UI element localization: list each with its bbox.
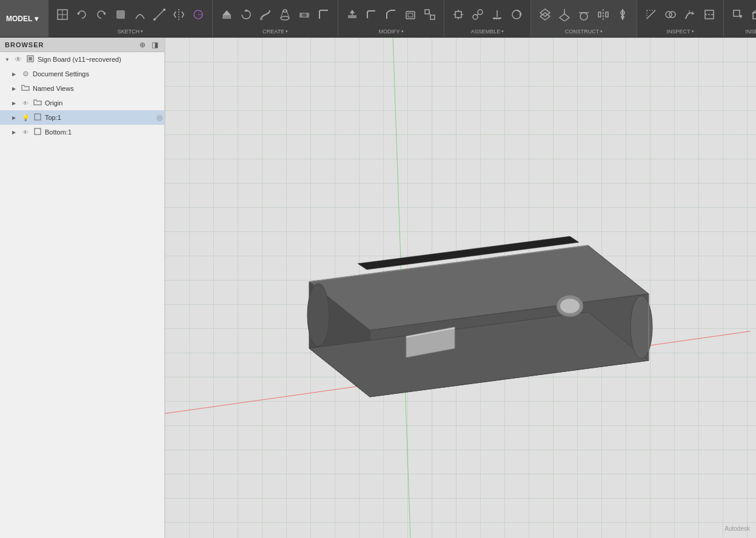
svg-point-93 — [631, 296, 652, 359]
browser-item-origin[interactable]: ▶ 👁 Origin — [0, 96, 164, 110]
sketch-create-btn[interactable] — [53, 5, 72, 24]
browser-header-icons: ⊕ ◨ — [138, 40, 159, 50]
browser-header: BROWSER ⊕ ◨ — [0, 38, 164, 52]
sketch-stop-btn[interactable] — [112, 5, 130, 24]
create-revolve-btn[interactable] — [237, 5, 255, 24]
construct-axis-btn[interactable] — [614, 5, 632, 24]
insert-derive-btn[interactable] — [729, 5, 747, 24]
assemble-section[interactable]: ASSEMBLE ▾ — [444, 0, 531, 37]
svg-rect-33 — [455, 12, 461, 18]
gear-icon-docsettings: ⚙ — [21, 70, 30, 78]
svg-rect-81 — [35, 114, 41, 120]
svg-line-6 — [155, 10, 164, 19]
modify-chamfer-btn[interactable] — [382, 5, 400, 24]
assemble-new-component-btn[interactable] — [449, 5, 467, 24]
sketch-line-btn[interactable] — [150, 5, 169, 24]
construct-offset-plane-btn[interactable] — [536, 5, 554, 24]
inspect-curvature-btn[interactable] — [681, 5, 699, 24]
target-icon-top1: ◎ — [155, 113, 164, 122]
assemble-label: ASSEMBLE ▾ — [471, 28, 504, 35]
modify-shell-btn[interactable] — [401, 5, 420, 24]
model-menu-button[interactable]: MODEL ▾ — [0, 0, 49, 37]
construct-plane-tangent-btn[interactable] — [575, 5, 593, 24]
inspect-section[interactable]: INSPECT ▾ — [637, 0, 724, 37]
svg-marker-4 — [103, 13, 106, 15]
create-loft-btn[interactable] — [276, 5, 294, 24]
create-fillet-btn[interactable] — [315, 5, 333, 24]
modify-section[interactable]: MODIFY ▾ — [338, 0, 444, 37]
inspect-section-analysis-btn[interactable] — [700, 5, 718, 24]
assemble-motion-btn[interactable] — [507, 5, 526, 24]
svg-rect-69 — [734, 10, 740, 16]
sketch-undo-btn[interactable] — [73, 5, 91, 24]
expand-arrow-namedviews: ▶ — [12, 86, 18, 91]
browser-item-top1[interactable]: ▶ 💡 Top:1 ◎ — [0, 110, 164, 125]
modify-dropdown-arrow: ▾ — [401, 29, 404, 34]
modify-press-pull-btn[interactable] — [343, 5, 361, 24]
docsettings-label: Document Settings — [33, 70, 164, 78]
svg-marker-13 — [222, 10, 231, 15]
browser-search-btn[interactable]: ⊕ — [138, 40, 147, 50]
inspect-interference-btn[interactable] — [661, 5, 680, 24]
svg-point-39 — [478, 10, 483, 15]
namedviews-label: Named Views — [33, 85, 164, 92]
browser-item-signboard[interactable]: ▼ 👁 Sign Board (v11~recovered) — [0, 52, 164, 67]
viewport[interactable]: Autodesk — [165, 38, 756, 538]
sketch-arc-btn[interactable] — [131, 5, 149, 24]
browser-collapse-btn[interactable]: ◨ — [150, 40, 159, 50]
construct-plane-angle-btn[interactable] — [555, 5, 574, 24]
svg-rect-29 — [408, 13, 413, 17]
inspect-measure-btn[interactable] — [642, 5, 660, 24]
construct-label: CONSTRUCT ▾ — [565, 28, 603, 35]
expand-arrow-bottom1: ▶ — [12, 130, 18, 135]
svg-point-7 — [153, 18, 156, 21]
svg-marker-73 — [753, 10, 756, 13]
svg-point-17 — [283, 10, 287, 12]
svg-rect-30 — [425, 10, 429, 14]
modify-scale-btn[interactable] — [421, 5, 439, 24]
eye-icon-top1: 💡 — [21, 115, 30, 121]
viewport-watermark: Autodesk — [724, 525, 750, 532]
create-extrude-btn[interactable] — [218, 5, 236, 24]
model-label: MODEL — [6, 15, 32, 23]
browser-item-namedviews[interactable]: ▶ Named Views — [0, 81, 164, 96]
assemble-joint-btn[interactable] — [469, 5, 487, 24]
sketch-circle-btn[interactable] — [189, 5, 207, 24]
construct-midplane-btn[interactable] — [594, 5, 612, 24]
sketch-dropdown-arrow: ▾ — [141, 29, 143, 34]
svg-point-64 — [669, 12, 675, 18]
svg-marker-50 — [560, 14, 569, 21]
construct-dropdown-arrow: ▾ — [600, 29, 603, 34]
create-hole-btn[interactable] — [295, 5, 313, 24]
construct-section[interactable]: CONSTRUCT ▾ — [531, 0, 637, 37]
inspect-label: INSPECT ▾ — [666, 28, 694, 35]
eye-icon-bottom1: 👁 — [21, 129, 30, 136]
create-label: CREATE ▾ — [263, 28, 288, 35]
sketch-label: SKETCH ▾ — [118, 28, 144, 35]
browser-item-docsettings[interactable]: ▶ ⚙ Document Settings — [0, 67, 164, 81]
create-sweep-btn[interactable] — [256, 5, 275, 24]
sketch-section[interactable]: SKETCH ▾ — [49, 0, 213, 37]
component-icon-signboard — [25, 55, 35, 65]
main-toolbar: MODEL ▾ — [0, 0, 756, 38]
browser-item-bottom1[interactable]: ▶ 👁 Bottom:1 — [0, 125, 164, 139]
create-section[interactable]: CREATE ▾ — [213, 0, 338, 37]
insert-decal-btn[interactable] — [748, 5, 756, 24]
assemble-ground-btn[interactable] — [488, 5, 506, 24]
svg-point-52 — [580, 13, 587, 20]
origin-label: Origin — [45, 99, 164, 107]
sketch-redo-btn[interactable] — [92, 5, 110, 24]
create-dropdown-arrow: ▾ — [286, 29, 288, 34]
expand-arrow-top1: ▶ — [12, 115, 18, 121]
svg-point-8 — [163, 8, 166, 11]
svg-marker-70 — [740, 15, 742, 19]
modify-fillet-btn[interactable] — [363, 5, 381, 24]
svg-rect-22 — [348, 15, 356, 18]
insert-section[interactable]: INSERT ▾ — [724, 0, 756, 37]
sketch-mirror-btn[interactable] — [170, 5, 188, 24]
svg-rect-28 — [406, 12, 415, 19]
top1-label: Top:1 — [45, 114, 151, 121]
expand-arrow-origin: ▶ — [12, 101, 18, 106]
svg-point-38 — [473, 15, 478, 19]
expand-arrow-docsettings: ▶ — [12, 71, 18, 77]
